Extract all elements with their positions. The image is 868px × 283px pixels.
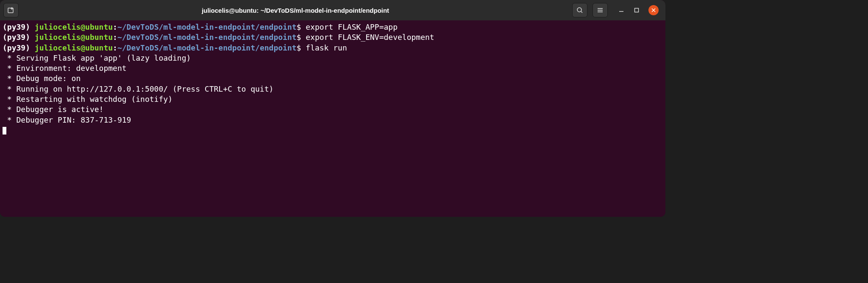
svg-rect-9 (635, 8, 639, 12)
command-3: flask run (306, 43, 347, 52)
window-controls (618, 5, 659, 15)
svg-point-3 (577, 8, 581, 12)
venv-prefix: (py39) (3, 43, 35, 52)
user-host: juliocelis@ubuntu (35, 33, 113, 42)
output-line: * Serving Flask app 'app' (lazy loading) (3, 53, 663, 63)
output-line: * Debugger is active! (3, 104, 663, 115)
dollar: $ (297, 33, 301, 42)
output-line: * Environment: development (3, 63, 663, 73)
prompt-line-2: (py39) juliocelis@ubuntu:~/DevToDS/ml-mo… (3, 32, 663, 42)
output-line: * Debug mode: on (3, 73, 663, 84)
menu-button[interactable] (593, 3, 608, 17)
command-2: export FLASK_ENV=development (306, 33, 434, 42)
colon: : (113, 22, 117, 31)
maximize-icon (634, 8, 639, 13)
path: ~/DevToDS/ml-model-in-endpoint/endpoint (117, 33, 297, 42)
terminal-body[interactable]: (py39) juliocelis@ubuntu:~/DevToDS/ml-mo… (0, 20, 665, 217)
close-button[interactable] (648, 5, 659, 15)
terminal-window: juliocelis@ubuntu: ~/DevToDS/ml-model-in… (0, 0, 665, 217)
colon: : (113, 33, 117, 42)
new-tab-icon (7, 6, 15, 14)
command-1: export FLASK_APP=app (306, 22, 398, 31)
search-icon (576, 7, 583, 14)
path: ~/DevToDS/ml-model-in-endpoint/endpoint (117, 43, 297, 52)
cursor-line (3, 125, 663, 135)
window-title: juliocelis@ubuntu: ~/DevToDS/ml-model-in… (22, 7, 569, 14)
venv-prefix: (py39) (3, 33, 35, 42)
prompt-line-1: (py39) juliocelis@ubuntu:~/DevToDS/ml-mo… (3, 22, 663, 32)
output-line: * Debugger PIN: 837-713-919 (3, 115, 663, 125)
user-host: juliocelis@ubuntu (35, 43, 113, 52)
maximize-button[interactable] (633, 7, 640, 14)
titlebar-right (572, 3, 662, 17)
user-host: juliocelis@ubuntu (35, 22, 113, 31)
hamburger-icon (597, 7, 604, 14)
path: ~/DevToDS/ml-model-in-endpoint/endpoint (117, 22, 297, 31)
close-icon (651, 8, 656, 12)
cursor (3, 127, 6, 134)
titlebar: juliocelis@ubuntu: ~/DevToDS/ml-model-in… (0, 0, 665, 20)
new-tab-button[interactable] (3, 3, 19, 17)
dollar: $ (297, 43, 301, 52)
minimize-button[interactable] (618, 7, 625, 14)
venv-prefix: (py39) (3, 22, 35, 31)
search-button[interactable] (572, 3, 587, 17)
colon: : (113, 43, 117, 52)
minimize-icon (619, 8, 624, 13)
output-line: * Running on http://127.0.0.1:5000/ (Pre… (3, 84, 663, 94)
output-line: * Restarting with watchdog (inotify) (3, 94, 663, 104)
titlebar-left (3, 3, 19, 17)
prompt-line-3: (py39) juliocelis@ubuntu:~/DevToDS/ml-mo… (3, 43, 663, 53)
svg-line-4 (581, 11, 582, 13)
dollar: $ (297, 22, 301, 31)
